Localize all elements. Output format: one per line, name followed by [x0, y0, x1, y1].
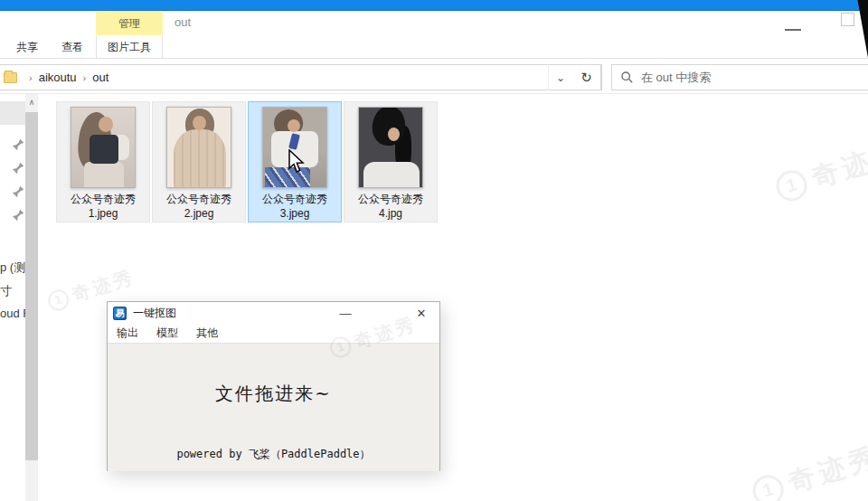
pin-icon[interactable]: [12, 162, 24, 175]
thumbnail-image-2: [166, 107, 231, 188]
file-tile-4[interactable]: 公众号奇迹秀4.jpg: [344, 101, 438, 222]
scrollbar-thumb[interactable]: [25, 112, 38, 460]
watermark-logo-icon: 1: [749, 471, 787, 501]
nav-pane-highlight: [0, 101, 25, 125]
dialog-titlebar[interactable]: 易 一键抠图 — ✕: [108, 302, 439, 324]
menu-model[interactable]: 模型: [147, 326, 187, 341]
drop-hint-text: 文件拖进来~: [108, 382, 439, 406]
folder-icon: [4, 72, 17, 83]
breadcrumb-separator-icon: ›: [29, 72, 33, 83]
thumbnail-image-3: [262, 107, 327, 188]
search-icon: [621, 71, 633, 83]
nav-item-clipped[interactable]: p (测: [0, 260, 25, 276]
window-title: out: [175, 15, 191, 29]
breadcrumb-separator-icon: ›: [83, 72, 87, 83]
thumbnail-image-1: [71, 107, 136, 188]
dialog-close-button[interactable]: ✕: [410, 302, 433, 324]
menu-other[interactable]: 其他: [187, 326, 227, 341]
address-row: › aikoutu › out ⌄ ↻: [0, 59, 868, 94]
chevron-down-icon: ⌄: [556, 71, 565, 84]
app-logo-icon: 易: [113, 307, 127, 320]
address-bar[interactable]: › aikoutu › out: [0, 64, 602, 90]
nav-scrollbar[interactable]: ∧: [25, 94, 38, 501]
tab-view[interactable]: 查看: [52, 36, 92, 59]
pin-icon[interactable]: [12, 138, 24, 151]
scroll-up-icon[interactable]: ∧: [25, 94, 38, 110]
file-tile-1[interactable]: 公众号奇迹秀1.jpeg: [56, 101, 150, 222]
address-dropdown-button[interactable]: ⌄: [548, 64, 572, 90]
tab-picture-tools[interactable]: 图片工具: [96, 36, 163, 59]
menu-output[interactable]: 输出: [108, 326, 147, 341]
breadcrumb-item-out[interactable]: out: [92, 71, 108, 84]
dialog-minimize-button[interactable]: —: [334, 302, 357, 324]
file-tile-2[interactable]: 公众号奇迹秀2.jpeg: [152, 101, 246, 222]
window-top-accent-bar: [0, 0, 868, 11]
pin-icon[interactable]: [12, 185, 24, 198]
refresh-icon: ↻: [580, 70, 592, 86]
cutout-dialog: 易 一键抠图 — ✕ 输出 模型 其他 文件拖进来~ powered by 飞桨…: [107, 301, 440, 471]
watermark-logo-icon: 1: [45, 287, 71, 313]
tab-share[interactable]: 共享: [7, 36, 47, 59]
mouse-cursor-icon: [288, 149, 306, 174]
watermark-logo-icon: 1: [772, 166, 810, 204]
dialog-title: 一键抠图: [133, 306, 176, 321]
search-box[interactable]: [611, 64, 868, 90]
drop-zone[interactable]: 文件拖进来~ powered by 飞桨（PaddlePaddle）: [108, 344, 439, 471]
search-input[interactable]: [641, 71, 849, 84]
powered-by-text: powered by 飞桨（PaddlePaddle）: [108, 447, 439, 462]
file-label: 公众号奇迹秀2.jpeg: [153, 192, 245, 221]
pin-icon[interactable]: [12, 209, 24, 222]
refresh-button[interactable]: ↻: [572, 64, 601, 90]
explorer-titlebar: 管理 out 共享 查看 图片工具: [0, 11, 868, 59]
tab-manage[interactable]: 管理: [96, 12, 163, 35]
file-label: 公众号奇迹秀4.jpg: [344, 192, 437, 221]
minimize-button[interactable]: [785, 20, 801, 31]
watermark: 1 奇迹秀: [771, 134, 868, 208]
maximize-button[interactable]: [841, 13, 854, 26]
file-label: 公众号奇迹秀1.jpeg: [57, 192, 149, 221]
dialog-menubar: 输出 模型 其他: [108, 324, 439, 344]
breadcrumb-item-aikoutu[interactable]: aikoutu: [39, 71, 77, 84]
file-label: 公众号奇迹秀3.jpeg: [249, 192, 341, 221]
nav-item-clipped[interactable]: 寸: [0, 283, 12, 299]
watermark: 1 奇迹秀: [748, 439, 868, 501]
thumbnail-image-4: [358, 107, 423, 188]
